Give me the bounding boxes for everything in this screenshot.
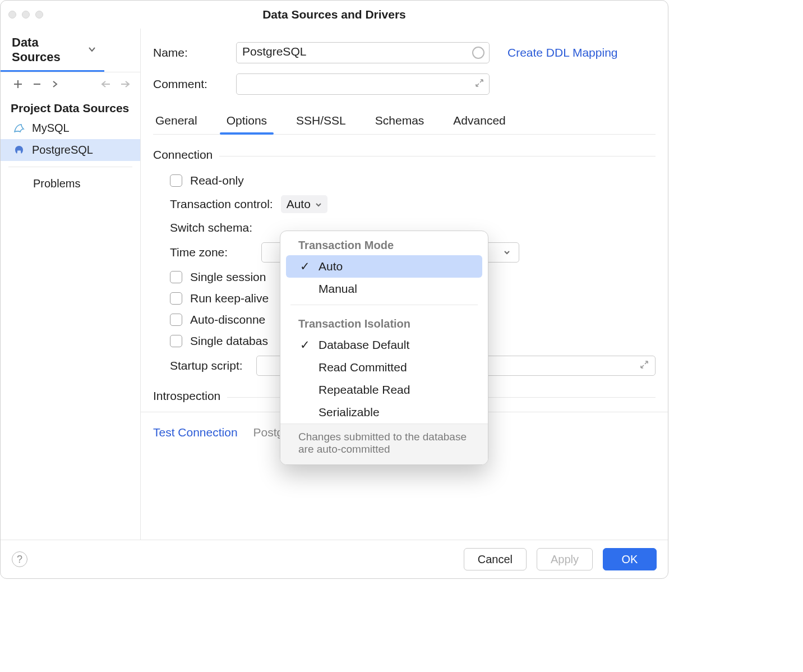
expand-icon[interactable]	[639, 359, 649, 372]
single-database-label: Single databas	[190, 334, 268, 348]
introspection-section-label: Introspection	[153, 389, 220, 403]
nav-back-icon[interactable]	[101, 80, 111, 88]
comment-label: Comment:	[153, 77, 226, 91]
dialog-footer: ? Cancel Apply OK	[1, 540, 668, 578]
isolation-read-committed[interactable]: Read Committed	[280, 356, 488, 379]
single-session-label: Single session	[190, 270, 266, 284]
transaction-mode-auto[interactable]: ✓ Auto	[286, 255, 482, 278]
single-database-checkbox[interactable]	[170, 335, 182, 347]
sidebar-item-postgresql[interactable]: PostgreSQL	[1, 139, 140, 161]
expand-icon[interactable]	[474, 77, 484, 91]
sidebar-item-label: MySQL	[32, 122, 70, 135]
connection-section-label: Connection	[153, 148, 213, 162]
popup-item-label: Serializable	[319, 406, 380, 419]
isolation-repeatable-read[interactable]: Repeatable Read	[280, 379, 488, 401]
single-session-checkbox[interactable]	[170, 271, 182, 283]
transaction-isolation-header: Transaction Isolation	[280, 310, 488, 334]
tab-ssh-ssl[interactable]: SSH/SSL	[294, 108, 348, 134]
popup-item-label: Repeatable Read	[319, 383, 410, 397]
postgresql-icon	[13, 144, 25, 157]
chevron-down-icon	[503, 246, 511, 259]
auto-disconnect-checkbox[interactable]	[170, 314, 182, 326]
keep-alive-label: Run keep-alive	[190, 292, 269, 305]
keep-alive-checkbox[interactable]	[170, 292, 182, 305]
sidebar: Data Sources	[1, 29, 141, 540]
ok-button[interactable]: OK	[603, 548, 657, 570]
test-connection-link[interactable]: Test Connection	[153, 426, 238, 439]
name-input[interactable]: PostgreSQL	[236, 42, 490, 63]
name-label: Name:	[153, 46, 226, 59]
name-value: PostgreSQL	[242, 45, 306, 58]
sidebar-item-problems[interactable]: Problems	[1, 173, 140, 195]
sidebar-toolbar	[1, 72, 140, 96]
cancel-button[interactable]: Cancel	[464, 548, 527, 570]
data-sources-label: Data Sources	[12, 35, 82, 65]
sidebar-item-label: Problems	[33, 177, 80, 190]
auto-disconnect-label: Auto-disconne	[190, 313, 265, 326]
switch-schema-label: Switch schema:	[170, 221, 252, 234]
chevron-down-icon	[87, 43, 96, 57]
popup-footer-hint: Changes submitted to the database are au…	[280, 424, 488, 464]
startup-script-label: Startup script:	[170, 359, 243, 372]
mysql-icon	[13, 122, 25, 135]
create-ddl-mapping-link[interactable]: Create DDL Mapping	[507, 46, 618, 59]
isolation-serializable[interactable]: Serializable	[280, 401, 488, 424]
chevron-down-icon	[315, 197, 322, 211]
read-only-label: Read-only	[190, 174, 244, 187]
tab-advanced[interactable]: Advanced	[451, 108, 507, 134]
nav-forward-icon[interactable]	[120, 80, 130, 88]
data-sources-tab[interactable]: Data Sources	[1, 32, 104, 72]
popup-item-label: Database Default	[319, 338, 409, 352]
remove-icon[interactable]	[32, 79, 42, 89]
popup-item-label: Auto	[319, 260, 343, 273]
popup-item-label: Read Committed	[319, 361, 407, 374]
tabs: General Options SSH/SSL Schemas Advanced	[153, 105, 656, 135]
check-icon: ✓	[299, 338, 311, 352]
transaction-control-value: Auto	[287, 197, 311, 211]
popup-item-label: Manual	[319, 282, 357, 296]
isolation-database-default[interactable]: ✓ Database Default	[280, 334, 488, 356]
apply-button[interactable]: Apply	[537, 548, 593, 570]
transaction-mode-header: Transaction Mode	[280, 231, 488, 255]
tab-general[interactable]: General	[153, 108, 200, 134]
add-icon[interactable]	[13, 79, 23, 89]
project-data-sources-header: Project Data Sources	[1, 96, 140, 117]
popup-divider	[290, 305, 478, 305]
window-title: Data Sources and Drivers	[1, 8, 668, 21]
dialog-window: Data Sources and Drivers Data Sources	[0, 0, 668, 579]
read-only-checkbox[interactable]	[170, 174, 182, 187]
transaction-control-select[interactable]: Auto	[281, 195, 327, 213]
help-icon[interactable]: ?	[12, 551, 27, 567]
sidebar-divider	[8, 167, 132, 167]
transaction-mode-manual[interactable]: Manual	[280, 278, 488, 300]
comment-input[interactable]	[236, 73, 490, 95]
transaction-control-label: Transaction control:	[170, 197, 273, 211]
chevron-right-icon[interactable]	[51, 80, 59, 88]
tab-options[interactable]: Options	[224, 108, 269, 134]
color-picker-icon[interactable]	[472, 47, 484, 59]
time-zone-label: Time zone:	[170, 246, 228, 259]
sidebar-item-mysql[interactable]: MySQL	[1, 117, 140, 139]
check-icon: ✓	[299, 260, 311, 273]
sidebar-item-label: PostgreSQL	[32, 144, 93, 157]
tab-schemas[interactable]: Schemas	[373, 108, 427, 134]
title-bar: Data Sources and Drivers	[1, 1, 668, 29]
transaction-popup: Transaction Mode ✓ Auto Manual Transacti…	[280, 231, 488, 465]
connection-section-header: Connection	[153, 148, 656, 162]
